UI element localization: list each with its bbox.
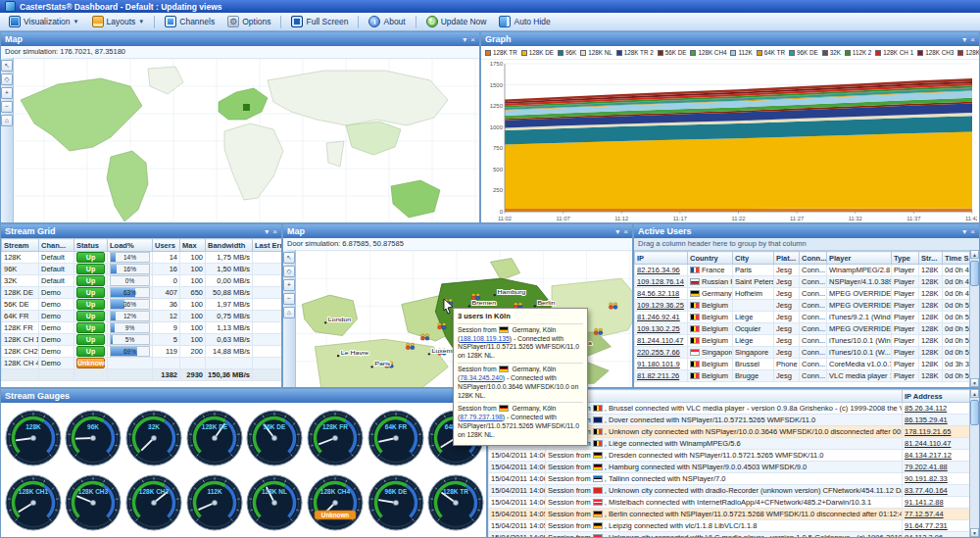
column-header-max[interactable]: Max (180, 239, 206, 252)
session-ip-link[interactable]: 188.108.119.135 (460, 335, 510, 342)
stream-row-128k-ch-4[interactable]: 128K CH 4DemoUnknown (2, 358, 282, 369)
scroll-up-icon[interactable]: ▲ (970, 389, 979, 398)
close-icon[interactable]: × (970, 227, 975, 236)
stream-row-128k[interactable]: 128KDefaultUp14%141001,75 MB/s (2, 252, 282, 264)
panel-header-active-users[interactable]: Active Users ▾× (634, 224, 979, 238)
column-header-city[interactable]: City (733, 252, 774, 265)
stream-row-56k-de[interactable]: 56K DEDemoUp36%361001,97 MB/s (2, 299, 282, 311)
column-header-type[interactable]: Type (892, 252, 919, 265)
stream-row-64k-fr[interactable]: 64K FRDemoUp12%121000,75 MB/s (2, 311, 282, 322)
legend-item-128k-ch2[interactable]: 128K CH2 (957, 49, 979, 56)
close-icon[interactable]: × (970, 35, 975, 44)
chart-area[interactable]: 0250500750100012501500175011:0211:0711:1… (481, 60, 979, 222)
user-row[interactable]: 220.255.7.66SingaporeSingaporeJesgConn..… (635, 347, 972, 359)
pan-tool-button[interactable]: ◇ (283, 266, 295, 277)
scroll-down-icon[interactable]: ▼ (970, 528, 979, 537)
column-header-stream[interactable]: Stream (2, 239, 39, 252)
messages-scrollbar[interactable]: ▲ ▼ (969, 389, 979, 537)
legend-item-96k-de[interactable]: 96K DE (789, 49, 818, 56)
user-row[interactable]: 81.246.92.41BelgiumLiègeJesgConn...iTune… (635, 312, 972, 323)
message-row[interactable]: 15/04/2011 14:06Session from , Unknown c… (489, 485, 971, 497)
scroll-thumb[interactable] (970, 261, 979, 286)
toolbar-button-visualization[interactable]: Visualization▼ (3, 14, 85, 29)
user-row[interactable]: 81.244.110.47BelgiumLiègeJesgConn...iTun… (635, 335, 972, 347)
column-header-message[interactable]: Message (546, 390, 903, 403)
column-header-time-s[interactable]: Time S... (943, 252, 972, 265)
user-row[interactable]: 109.128.76.14Russian Fed...Saint Peters.… (635, 276, 972, 288)
zoom-out-tool-button[interactable]: − (283, 293, 295, 305)
legend-item-96k[interactable]: 96K (558, 49, 576, 56)
stream-row-32k[interactable]: 32KDefaultUp0%01000,00 MB/s (2, 275, 282, 287)
toolbar-button-channels[interactable]: Channels (159, 14, 220, 29)
column-header-conn[interactable]: Conn... (800, 252, 827, 265)
user-row[interactable]: 109.129.36.25BelgiumJesgConn...MPEG OVER… (635, 300, 972, 312)
column-header-load[interactable]: Load% (108, 239, 153, 252)
close-icon[interactable]: × (623, 227, 628, 236)
message-row[interactable]: 15/04/2011 14:05Session from , Berlin co… (489, 509, 971, 520)
legend-item-128k-ch4[interactable]: 128K CH4 (690, 49, 726, 56)
pin-icon[interactable]: ▾ (962, 35, 966, 44)
pointer-tool-button[interactable]: ↖ (1, 60, 13, 72)
legend-item-128k-ch3[interactable]: 128K CH3 (917, 49, 954, 56)
active-users-scrollbar[interactable]: ▲ ▼ (969, 250, 979, 387)
toolbar-button-auto-hide[interactable]: Auto Hide (493, 14, 556, 29)
pointer-tool-button[interactable]: ↖ (283, 252, 295, 264)
toolbar-button-full-screen[interactable]: Full Screen (285, 14, 354, 29)
message-row[interactable]: 15/04/2011 14:05Session from , Unknown c… (489, 532, 971, 538)
legend-item-128k-ch-1[interactable]: 128K CH 1 (875, 49, 913, 56)
scroll-down-icon[interactable]: ▼ (970, 378, 979, 387)
column-header-ip[interactable]: IP (635, 252, 688, 265)
stream-row-96k[interactable]: 96KDefaultUp16%161001,50 MB/s (2, 264, 282, 275)
toolbar-button-about[interactable]: About (363, 14, 411, 29)
user-row[interactable]: 109.130.2.25BelgiumOcquierJesgConn...MPE… (635, 323, 972, 335)
home-tool-button[interactable]: ⌂ (283, 307, 295, 318)
close-icon[interactable]: × (272, 227, 277, 236)
legend-item-128k-tr[interactable]: 128K TR (485, 49, 517, 56)
zoom-in-tool-button[interactable]: + (1, 87, 13, 99)
legend-item-112k-2[interactable]: 112K 2 (845, 49, 872, 56)
panel-header-map-germany[interactable]: Map ▾× (283, 224, 632, 238)
scroll-up-icon[interactable]: ▲ (970, 250, 979, 259)
message-row[interactable]: 15/04/2011 14:06Session from , Tallinn c… (489, 473, 971, 485)
user-row[interactable]: 91.180.101.9BelgiumBrusselPhoneConn...Co… (635, 359, 972, 370)
user-row[interactable]: 82.216.34.96FranceParisJesgConn...Winamp… (635, 265, 972, 276)
pin-icon[interactable]: ▾ (265, 227, 269, 236)
scroll-thumb[interactable] (970, 400, 979, 425)
message-row[interactable]: 15/04/2011 14:05Session from , Leipzig c… (489, 520, 971, 532)
legend-item-112k[interactable]: 112K (730, 49, 752, 56)
home-tool-button[interactable]: ⌂ (1, 115, 13, 126)
legend-item-128k-tr-2[interactable]: 128K TR 2 (616, 49, 654, 56)
column-header-plat[interactable]: Plat... (774, 252, 800, 265)
group-by-hint[interactable]: Drag a column header here to group by th… (634, 238, 979, 251)
pin-icon[interactable]: ▾ (962, 227, 966, 236)
column-header-str[interactable]: Str... (919, 252, 943, 265)
panel-header-graph[interactable]: Graph ▾× (481, 32, 979, 46)
world-map[interactable] (1, 59, 479, 222)
panel-header-map-world[interactable]: Map ▾× (1, 32, 479, 46)
pan-tool-button[interactable]: ◇ (1, 73, 13, 85)
panel-header-stream-gauges[interactable]: Stream Gauges ▾× (1, 389, 486, 403)
legend-item-32k[interactable]: 32K (822, 49, 841, 56)
session-ip-link[interactable]: 87.79.237.198 (460, 414, 502, 420)
toolbar-button-update-now[interactable]: Update Now (420, 14, 493, 29)
toolbar-button-options[interactable]: Options (221, 14, 276, 29)
close-icon[interactable]: × (470, 35, 475, 44)
column-header-player[interactable]: Player (827, 252, 892, 265)
session-ip-link[interactable]: 78.34.245.240 (460, 374, 502, 381)
zoom-out-tool-button[interactable]: − (1, 101, 13, 113)
legend-item-64k-tr[interactable]: 64K TR (757, 49, 785, 56)
legend-item-128k-de[interactable]: 128K DE (521, 49, 554, 56)
column-header-country[interactable]: Country (688, 252, 733, 265)
message-row[interactable]: 15/04/2011 14:06Session from , Mistelbac… (489, 497, 971, 509)
user-row[interactable]: 81.82.211.26BelgiumBruggeJesgConn...VLC … (635, 370, 972, 382)
column-header-last-errors[interactable]: Last Errors (253, 239, 282, 252)
column-header-chan[interactable]: Chan... (39, 239, 74, 252)
pin-icon[interactable]: ▾ (615, 227, 619, 236)
zoom-in-tool-button[interactable]: + (283, 279, 295, 291)
toolbar-button-layouts[interactable]: Layouts▼ (86, 14, 151, 29)
column-header-bandwidth[interactable]: Bandwidth (206, 239, 253, 252)
stream-row-128k-ch-1[interactable]: 128K CH 1DemoUp5%51000,63 MB/s (2, 334, 282, 346)
column-header-users[interactable]: Users (153, 239, 180, 252)
title-bar[interactable]: CasterStats® Dashboard - Default : Updat… (0, 0, 980, 13)
column-header-ip-address[interactable]: IP Address (903, 390, 971, 403)
